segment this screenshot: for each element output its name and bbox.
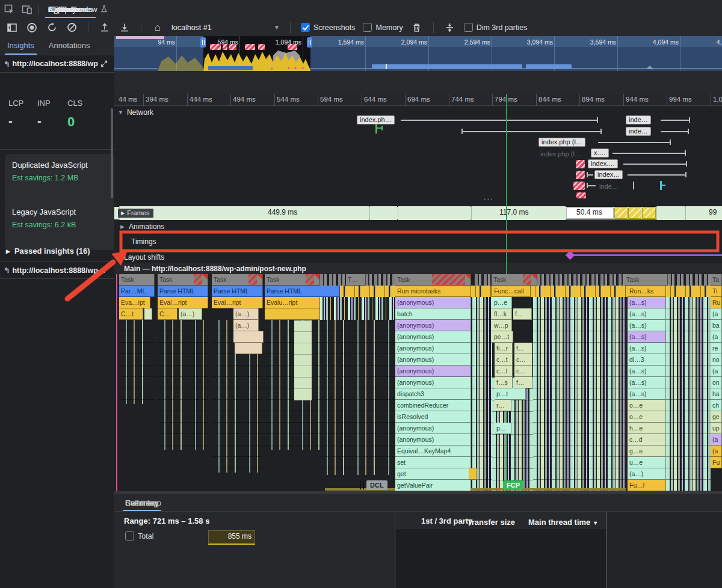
- flame-block[interactable]: getValuePair: [395, 480, 471, 491]
- flame-block[interactable]: Func…call: [492, 286, 531, 297]
- device-toolbar-icon[interactable]: [18, 1, 36, 19]
- flame-block[interactable]: Task: [395, 274, 471, 286]
- flame-block[interactable]: (anonymous): [395, 434, 471, 446]
- flame-block[interactable]: (a…s): [628, 388, 666, 400]
- flame-block[interactable]: (anonymous): [395, 343, 471, 354]
- flame-block[interactable]: (a…s): [628, 308, 666, 320]
- layout-shifts-track[interactable]: Layout shifts: [114, 251, 722, 264]
- flame-block[interactable]: Task: [158, 274, 208, 286]
- frame-segment[interactable]: [119, 206, 369, 220]
- flame-block[interactable]: ch: [711, 400, 722, 411]
- flame-block[interactable]: Task: [625, 274, 668, 286]
- flame-block[interactable]: get: [395, 468, 471, 480]
- flame-block[interactable]: on: [711, 377, 722, 388]
- flame-block[interactable]: (a: [711, 331, 722, 343]
- load-profile-icon[interactable]: [99, 22, 111, 34]
- flame-block[interactable]: (anonymous): [395, 423, 471, 434]
- transfer-size-header[interactable]: Transfer size: [467, 518, 515, 527]
- flame-block[interactable]: Par…ML: [119, 286, 155, 297]
- flame-block[interactable]: set: [395, 457, 471, 468]
- clear-button[interactable]: [66, 22, 78, 34]
- frame-segment[interactable]: [628, 207, 641, 219]
- flame-block[interactable]: no: [711, 354, 722, 366]
- frame-segment[interactable]: [369, 206, 397, 220]
- flame-block[interactable]: r…: [495, 400, 511, 411]
- reload-record-button[interactable]: [46, 22, 58, 34]
- flame-block[interactable]: (anonymous): [395, 377, 471, 388]
- flame-block[interactable]: Ru: [711, 297, 722, 308]
- passed-insights-toggle[interactable]: ▶ Passed insights (16): [6, 247, 90, 256]
- flame-block[interactable]: p…: [495, 423, 511, 434]
- flame-block[interactable]: Parse HTML: [265, 286, 340, 297]
- flame-block[interactable]: u…e: [628, 457, 666, 468]
- flame-block[interactable]: Task: [212, 274, 263, 286]
- flame-block[interactable]: batch: [395, 308, 471, 320]
- flame-block[interactable]: (a…s): [628, 320, 666, 331]
- flame-block[interactable]: Eva…ipt: [119, 297, 150, 308]
- flame-block[interactable]: h…e: [628, 423, 666, 434]
- bottom-tab-event-log[interactable]: Event log: [119, 494, 164, 511]
- insight-card-duplicated-js[interactable]: Duplicated JavaScript Est savings: 1.2 M…: [5, 154, 123, 203]
- network-request-label[interactable]: index.…: [588, 159, 618, 168]
- network-track-header[interactable]: ▼ Network: [118, 108, 153, 117]
- flame-block[interactable]: f…: [513, 308, 532, 320]
- flame-block[interactable]: Equival…KeyMap4: [395, 446, 471, 457]
- flame-block[interactable]: (a…s): [628, 366, 666, 377]
- fcp-marker[interactable]: FCP: [503, 480, 523, 490]
- flame-block[interactable]: ha: [711, 388, 722, 400]
- flame-block[interactable]: Fu: [711, 457, 722, 468]
- timings-track[interactable]: Timings: [114, 233, 722, 251]
- collapse-tracks-icon[interactable]: [444, 22, 456, 34]
- flame-block[interactable]: Task: [119, 274, 155, 286]
- flame-block[interactable]: f…: [514, 343, 532, 354]
- flame-block[interactable]: (a…): [179, 308, 202, 320]
- flame-block[interactable]: (a…s): [628, 377, 666, 388]
- screenshots-checkbox[interactable]: Screenshots: [301, 23, 355, 32]
- flame-block[interactable]: (a…): [233, 320, 259, 331]
- flame-block[interactable]: c…d: [628, 434, 666, 446]
- flame-block[interactable]: Task: [265, 274, 320, 286]
- flame-block[interactable]: (a…s): [628, 297, 666, 308]
- flame-block[interactable]: Parse HTML: [158, 286, 208, 297]
- flame-block[interactable]: c…: [514, 354, 532, 366]
- flame-block[interactable]: (anonymous): [395, 320, 471, 331]
- insights-url-item[interactable]: ↰ http://localhost:8888/wp-a: [0, 262, 121, 279]
- flame-block[interactable]: (a: [711, 366, 722, 377]
- flame-block[interactable]: p…t: [495, 388, 526, 400]
- network-request-label[interactable]: inde…: [626, 127, 651, 136]
- flame-block[interactable]: Evalu…ript: [265, 297, 320, 308]
- flame-block[interactable]: o…e: [628, 411, 666, 423]
- flame-block[interactable]: (anonymous): [395, 366, 471, 377]
- tab-annotations[interactable]: Annotations: [42, 36, 97, 55]
- flame-block[interactable]: Ti: [711, 286, 722, 297]
- flame-block[interactable]: [235, 343, 262, 354]
- flame-block[interactable]: isResolved: [395, 411, 471, 423]
- flame-block[interactable]: c…l: [495, 366, 513, 377]
- garbage-collect-icon[interactable]: [411, 22, 423, 34]
- animations-track[interactable]: ▶ Animations: [114, 220, 722, 233]
- overview-window-handle[interactable]: [307, 37, 312, 47]
- flame-block[interactable]: Task: [492, 274, 537, 286]
- flame-block[interactable]: ge: [711, 411, 722, 423]
- flame-block[interactable]: di…3: [628, 354, 666, 366]
- flame-block[interactable]: fi…r: [495, 343, 513, 354]
- flame-block[interactable]: up: [711, 423, 722, 434]
- flame-block[interactable]: (a…s): [628, 343, 666, 354]
- inspect-icon[interactable]: [0, 1, 18, 19]
- flame-block[interactable]: Eval…ript: [212, 297, 263, 308]
- flame-block[interactable]: (a…): [628, 468, 666, 480]
- flame-block[interactable]: (a: [711, 446, 722, 457]
- flame-block[interactable]: combinedReducer: [395, 400, 471, 411]
- network-request-label[interactable]: index.php (l…: [538, 138, 585, 147]
- frame-segment[interactable]: [656, 206, 685, 220]
- dcl-marker[interactable]: DCL: [366, 480, 387, 490]
- flame-block[interactable]: (a: [711, 434, 722, 446]
- flame-block[interactable]: (anonymous): [395, 331, 471, 343]
- panel-tab-profiler[interactable]: Profiler: [42, 0, 79, 18]
- overview-window-handle[interactable]: [200, 37, 206, 47]
- network-request-label[interactable]: index.ph…: [357, 115, 395, 124]
- flame-block[interactable]: re: [711, 343, 722, 354]
- flame-block[interactable]: p…e: [492, 297, 512, 308]
- main-thread-time-header[interactable]: Main thread time▼: [528, 518, 598, 527]
- network-request-label[interactable]: inde…: [626, 115, 651, 124]
